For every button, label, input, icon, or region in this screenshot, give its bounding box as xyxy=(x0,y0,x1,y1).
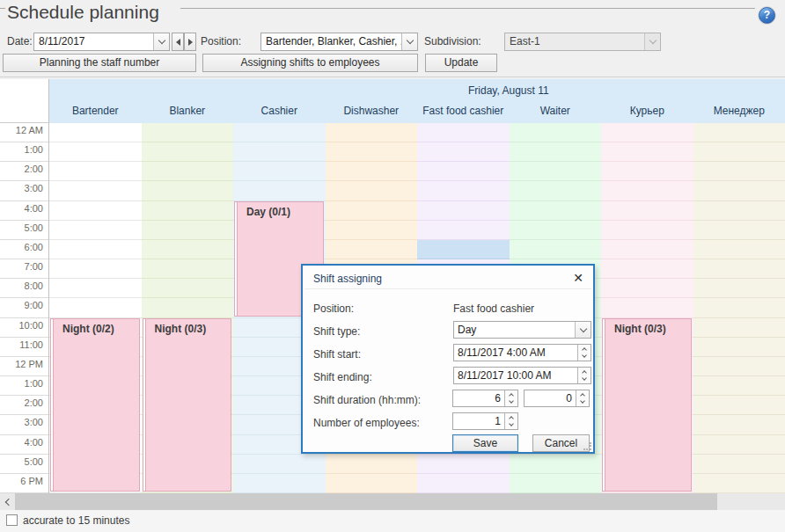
schedule-cell[interactable] xyxy=(510,123,602,142)
update-button[interactable]: Update xyxy=(425,54,497,72)
scrollbar-thumb[interactable] xyxy=(15,493,717,510)
schedule-cell[interactable] xyxy=(693,240,785,259)
close-icon[interactable]: ✕ xyxy=(570,270,586,286)
schedule-cell[interactable] xyxy=(233,162,326,181)
schedule-cell[interactable] xyxy=(601,279,693,298)
schedule-cell[interactable] xyxy=(601,240,693,259)
schedule-cell[interactable] xyxy=(417,221,510,240)
schedule-cell[interactable] xyxy=(510,142,602,162)
schedule-cell[interactable] xyxy=(417,123,510,142)
schedule-cell[interactable] xyxy=(326,142,418,162)
schedule-cell[interactable] xyxy=(601,181,693,200)
planning-staff-button[interactable]: Planning the staff number xyxy=(3,54,196,72)
schedule-cell[interactable] xyxy=(601,162,693,181)
shift-ending-input[interactable]: 8/11/2017 10:00 AM xyxy=(453,367,591,384)
schedule-cell[interactable] xyxy=(326,201,418,221)
schedule-cell[interactable] xyxy=(49,279,142,298)
shift-block[interactable]: Night (0/3) xyxy=(143,318,232,492)
schedule-cell[interactable] xyxy=(142,259,234,279)
schedule-cell[interactable] xyxy=(49,181,142,200)
schedule-cell[interactable] xyxy=(510,240,602,259)
schedule-cell[interactable] xyxy=(49,142,142,162)
schedule-cell[interactable] xyxy=(142,240,234,259)
schedule-cell[interactable] xyxy=(417,474,510,493)
schedule-cell[interactable] xyxy=(417,201,510,221)
schedule-cell[interactable] xyxy=(233,474,326,493)
schedule-cell[interactable] xyxy=(142,279,234,298)
schedule-cell[interactable] xyxy=(326,474,418,493)
schedule-cell[interactable] xyxy=(693,221,785,240)
date-prev-button[interactable] xyxy=(172,33,184,51)
schedule-cell[interactable] xyxy=(693,201,785,221)
shift-start-input[interactable]: 8/11/2017 4:00 AM xyxy=(453,344,591,361)
schedule-cell[interactable] xyxy=(693,162,785,181)
schedule-cell[interactable] xyxy=(601,201,693,221)
date-next-button[interactable] xyxy=(184,33,196,51)
schedule-cell[interactable] xyxy=(601,142,693,162)
schedule-cell[interactable] xyxy=(326,221,418,240)
schedule-cell[interactable] xyxy=(693,338,785,357)
schedule-cell[interactable] xyxy=(693,455,785,474)
schedule-cell[interactable] xyxy=(693,142,785,162)
scroll-left-button[interactable] xyxy=(0,493,15,510)
schedule-cell[interactable] xyxy=(233,181,326,200)
schedule-cell[interactable] xyxy=(693,435,785,455)
save-button[interactable]: Save xyxy=(452,434,518,452)
schedule-cell[interactable] xyxy=(510,201,602,221)
shift-start-spinner[interactable] xyxy=(577,345,591,361)
schedule-cell[interactable] xyxy=(601,298,693,317)
schedule-cell[interactable] xyxy=(142,221,234,240)
schedule-cell[interactable] xyxy=(417,181,510,200)
schedule-cell[interactable] xyxy=(142,142,234,162)
schedule-cell[interactable] xyxy=(49,221,142,240)
schedule-cell[interactable] xyxy=(601,259,693,279)
schedule-cell[interactable] xyxy=(693,396,785,415)
schedule-cell[interactable] xyxy=(326,181,418,200)
schedule-cell[interactable] xyxy=(693,279,785,298)
schedule-cell[interactable] xyxy=(49,201,142,221)
schedule-cell[interactable] xyxy=(693,123,785,142)
schedule-cell[interactable] xyxy=(601,221,693,240)
schedule-cell[interactable] xyxy=(326,455,418,474)
duration-hours-spinner[interactable] xyxy=(504,390,517,406)
schedule-cell[interactable] xyxy=(601,123,693,142)
schedule-cell[interactable] xyxy=(417,455,510,474)
schedule-cell[interactable] xyxy=(510,474,602,493)
shift-ending-spinner[interactable] xyxy=(577,368,591,383)
help-icon[interactable]: ? xyxy=(759,7,775,24)
schedule-cell[interactable] xyxy=(417,142,510,162)
schedule-cell[interactable] xyxy=(510,162,602,181)
shift-block[interactable]: Night (0/3) xyxy=(602,318,692,492)
schedule-cell[interactable] xyxy=(142,298,234,317)
schedule-cell[interactable] xyxy=(510,455,602,474)
schedule-cell[interactable] xyxy=(326,240,418,259)
schedule-cell[interactable] xyxy=(693,415,785,434)
shift-block[interactable]: Night (0/2) xyxy=(50,318,140,492)
employees-input[interactable]: 1 xyxy=(452,412,518,430)
employees-spinner[interactable] xyxy=(504,413,517,429)
schedule-cell[interactable] xyxy=(693,181,785,200)
schedule-cell[interactable] xyxy=(326,162,418,181)
position-dropdown-button[interactable] xyxy=(401,33,417,50)
duration-hours-input[interactable]: 6 xyxy=(452,390,518,407)
schedule-cell[interactable] xyxy=(142,201,234,221)
shift-type-dropdown-button[interactable] xyxy=(575,322,591,338)
schedule-cell[interactable] xyxy=(49,298,142,317)
schedule-cell[interactable] xyxy=(49,123,142,142)
schedule-cell[interactable] xyxy=(693,474,785,493)
position-select[interactable]: Bartender, Blanker, Cashier, ... xyxy=(260,33,418,51)
date-input[interactable]: 8/11/2017 xyxy=(33,33,170,51)
date-dropdown-button[interactable] xyxy=(153,33,169,50)
schedule-cell[interactable] xyxy=(49,240,142,259)
duration-minutes-input[interactable]: 0 xyxy=(524,390,590,407)
schedule-cell[interactable] xyxy=(142,123,234,142)
schedule-cell[interactable] xyxy=(417,162,510,181)
assigning-shifts-button[interactable]: Assigning shifts to employees xyxy=(202,54,418,72)
schedule-cell[interactable] xyxy=(510,181,602,200)
schedule-cell[interactable] xyxy=(49,162,142,181)
schedule-cell[interactable] xyxy=(693,357,785,376)
cancel-button[interactable]: Cancel xyxy=(532,434,590,452)
schedule-cell[interactable] xyxy=(693,259,785,279)
schedule-cell[interactable] xyxy=(693,376,785,396)
horizontal-scrollbar[interactable] xyxy=(0,493,785,510)
